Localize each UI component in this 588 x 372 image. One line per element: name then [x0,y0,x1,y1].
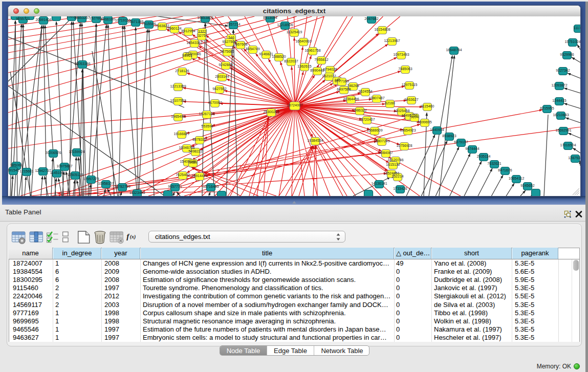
svg-text:8912954: 8912954 [181,29,195,33]
svg-text:9115460: 9115460 [421,104,434,108]
svg-text:12218506: 12218506 [277,23,293,27]
svg-text:26053346: 26053346 [74,62,90,65]
svg-text:12213369: 12213369 [170,84,186,88]
svg-text:9474444: 9474444 [465,147,479,150]
svg-text:10107553: 10107553 [170,99,186,102]
svg-text:10853809: 10853809 [197,16,213,19]
svg-text:16648784: 16648784 [446,48,462,52]
svg-text:16543362: 16543362 [186,41,202,45]
svg-text:10975887: 10975887 [56,164,72,168]
svg-text:6497568: 6497568 [337,87,351,91]
svg-text:2718126: 2718126 [175,69,189,73]
svg-text:8471676: 8471676 [498,168,512,172]
svg-text:16120746: 16120746 [387,158,403,162]
svg-text:16961758: 16961758 [304,49,320,52]
svg-text:3960124: 3960124 [167,27,181,30]
svg-text:9245652: 9245652 [520,184,534,187]
svg-text:15807249: 15807249 [374,139,389,143]
svg-text:16671385: 16671385 [127,20,143,24]
svg-text:6879197: 6879197 [454,140,468,144]
svg-text:1287534: 1287534 [568,156,580,160]
svg-text:12093872: 12093872 [551,83,567,87]
svg-text:19654923: 19654923 [400,128,416,132]
svg-text:20364456: 20364456 [343,97,359,101]
svg-text:8990448: 8990448 [310,69,324,72]
svg-text:17016504: 17016504 [560,143,576,147]
svg-text:19166827: 19166827 [173,132,189,136]
svg-text:746266: 746266 [347,84,359,87]
svg-text:9463627: 9463627 [404,98,418,101]
svg-text:16154808: 16154808 [374,28,390,31]
svg-text:2803144: 2803144 [215,75,229,78]
svg-text:391541: 391541 [8,168,19,172]
svg-text:15751024: 15751024 [564,40,580,43]
svg-text:985061: 985061 [10,163,22,167]
svg-text:10958107: 10958107 [98,182,114,185]
svg-text:9242848: 9242848 [219,63,232,67]
svg-text:1145194: 1145194 [50,171,64,174]
svg-text:12975115: 12975115 [402,83,418,86]
svg-text:11323448: 11323448 [129,191,145,194]
svg-text:8215955: 8215955 [540,106,554,110]
svg-text:15720407: 15720407 [359,118,375,121]
svg-text:9777169: 9777169 [335,79,349,83]
svg-text:17159924: 17159924 [69,150,84,154]
svg-text:10756928: 10756928 [396,144,412,147]
svg-text:9227342: 9227342 [556,69,570,72]
svg-text:12505135: 12505135 [67,173,83,177]
svg-text:13267130: 13267130 [199,112,214,116]
svg-text:8322037: 8322037 [284,59,298,63]
svg-text:7625402: 7625402 [176,173,189,177]
svg-text:18724007: 18724007 [287,103,302,107]
svg-text:20206576: 20206576 [45,151,61,155]
svg-text:10853257: 10853257 [74,16,90,19]
svg-text:9699695: 9699695 [418,120,431,124]
svg-text:3275: 3275 [198,34,206,37]
svg-text:15716485: 15716485 [203,185,219,188]
svg-text:11325419: 11325419 [287,30,302,34]
svg-text:8813054: 8813054 [263,16,277,19]
svg-text:553594: 553594 [201,124,213,128]
svg-text:7632621: 7632621 [487,162,501,165]
svg-text:20691406: 20691406 [35,18,51,21]
svg-text:16210643: 16210643 [553,113,569,117]
svg-text:9146821: 9146821 [259,52,273,56]
svg-text:9489: 9489 [189,161,197,164]
svg-text:2935114: 2935114 [477,155,491,158]
svg-text:16046766: 16046766 [179,146,194,149]
svg-text:11172: 11172 [574,26,580,30]
svg-text:1733426: 1733426 [393,187,407,190]
svg-text:8454749: 8454749 [246,47,259,51]
svg-text:1965498: 1965498 [171,115,185,118]
svg-text:9427552: 9427552 [212,87,226,91]
svg-text:4170067: 4170067 [208,101,222,104]
svg-text:7485063: 7485063 [398,67,412,71]
svg-text:10025458: 10025458 [394,109,409,113]
svg-text:1362615: 1362615 [297,64,311,68]
svg-text:9055721: 9055721 [16,17,30,20]
svg-text:1615132: 1615132 [386,163,400,166]
svg-text:10973493: 10973493 [393,53,409,56]
svg-text:62160: 62160 [385,101,395,105]
svg-text:1322: 1322 [198,30,206,33]
svg-text:7986322: 7986322 [353,108,366,112]
svg-text:15692991: 15692991 [555,128,571,132]
svg-text:17957275: 17957275 [83,177,99,181]
svg-text:16782759: 16782759 [114,185,130,188]
svg-text:6794028: 6794028 [323,68,337,71]
svg-text:9329966: 9329966 [560,53,574,56]
svg-text:546: 546 [228,36,234,39]
svg-text:16640910: 16640910 [295,39,311,43]
svg-text:252214: 252214 [391,174,403,178]
svg-text:8938923: 8938923 [442,134,456,138]
svg-text:1588520: 1588520 [272,55,286,58]
svg-text:1215681: 1215681 [19,169,33,173]
svg-text:9657771: 9657771 [168,185,182,188]
svg-text:19384554: 19384554 [307,139,323,142]
svg-text:14136141: 14136141 [371,182,387,185]
svg-text:1621072: 1621072 [322,74,336,78]
svg-text:9084067: 9084067 [379,151,393,155]
svg-text:(x): (x) [130,234,136,240]
svg-text:8878332: 8878332 [192,138,206,141]
svg-text:10688609: 10688609 [366,128,382,132]
